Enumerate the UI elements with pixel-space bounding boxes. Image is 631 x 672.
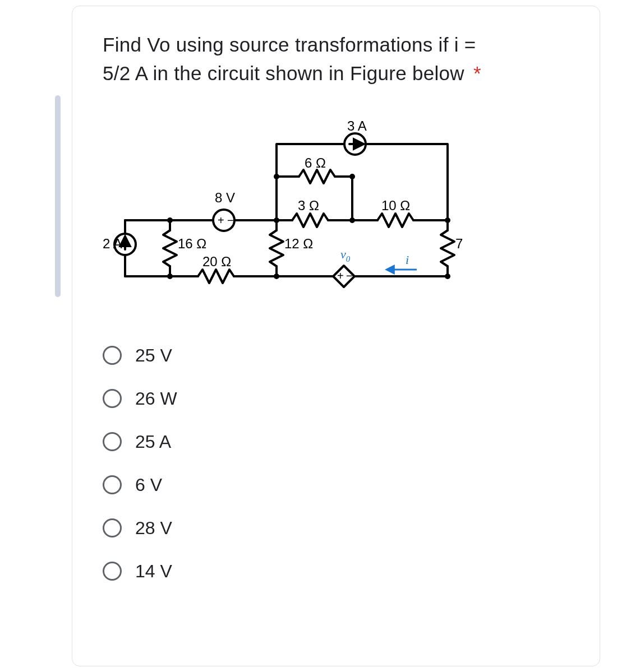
svg-text:+: + (218, 214, 224, 226)
svg-point-16 (349, 217, 355, 223)
svg-text:v0: v0 (340, 247, 351, 263)
option-4[interactable]: 28 V (103, 507, 577, 550)
radio-icon (103, 389, 122, 408)
radio-icon (103, 475, 122, 494)
option-3[interactable]: 6 V (103, 464, 577, 507)
radio-icon (103, 432, 122, 451)
label-3ohm: 3 Ω (298, 198, 319, 213)
radio-icon (103, 346, 122, 365)
required-mark: * (473, 62, 481, 84)
option-label: 14 V (135, 561, 172, 582)
question-card: Find Vo using source transformations if … (72, 6, 600, 666)
svg-point-15 (274, 274, 279, 279)
label-2A: 2 A (103, 236, 122, 251)
svg-point-17 (349, 174, 355, 179)
svg-point-19 (445, 274, 450, 279)
svg-point-12 (167, 274, 173, 279)
card-accent (55, 95, 61, 297)
svg-text:+: + (337, 270, 344, 282)
svg-point-14 (274, 174, 279, 179)
svg-text:−: − (227, 214, 234, 226)
option-label: 28 V (135, 518, 172, 539)
question-line2: 5/2 A in the circuit shown in Figure bel… (103, 62, 464, 84)
question-text: Find Vo using source transformations if … (103, 31, 563, 88)
svg-point-11 (167, 217, 173, 223)
option-0[interactable]: 25 V (103, 334, 577, 377)
label-8V: 8 V (215, 190, 235, 205)
label-20ohm: 20 Ω (202, 254, 231, 269)
label-12ohm: 12 Ω (284, 236, 313, 251)
label-vo-sub: 0 (346, 254, 351, 263)
radio-icon (103, 518, 122, 537)
option-2[interactable]: 25 A (103, 420, 577, 464)
option-1[interactable]: 26 W (103, 377, 577, 420)
label-6ohm: 6 Ω (305, 155, 326, 170)
label-16ohm: 16 Ω (178, 236, 206, 251)
option-5[interactable]: 14 V (103, 550, 577, 593)
svg-point-18 (445, 217, 450, 223)
question-line1: Find Vo using source transformations if … (103, 34, 476, 55)
option-label: 6 V (135, 475, 162, 495)
label-10ohm: 10 Ω (381, 198, 410, 213)
radio-icon (103, 562, 122, 581)
svg-text:−: − (346, 270, 353, 282)
circuit-figure: .wire { stroke:#000; stroke-width:4; fil… (103, 108, 463, 314)
options-group: 25 V 26 W 25 A 6 V 28 V 14 V (103, 334, 577, 593)
svg-point-13 (274, 217, 279, 223)
option-label: 25 A (135, 432, 171, 452)
label-3A: 3 A (347, 118, 367, 133)
label-vo: v (340, 247, 346, 261)
label-7ohm: 7 Ω (455, 236, 463, 251)
label-i: i (406, 253, 409, 267)
option-label: 26 W (135, 388, 177, 409)
page: Find Vo using source transformations if … (0, 0, 631, 672)
option-label: 25 V (135, 345, 172, 366)
